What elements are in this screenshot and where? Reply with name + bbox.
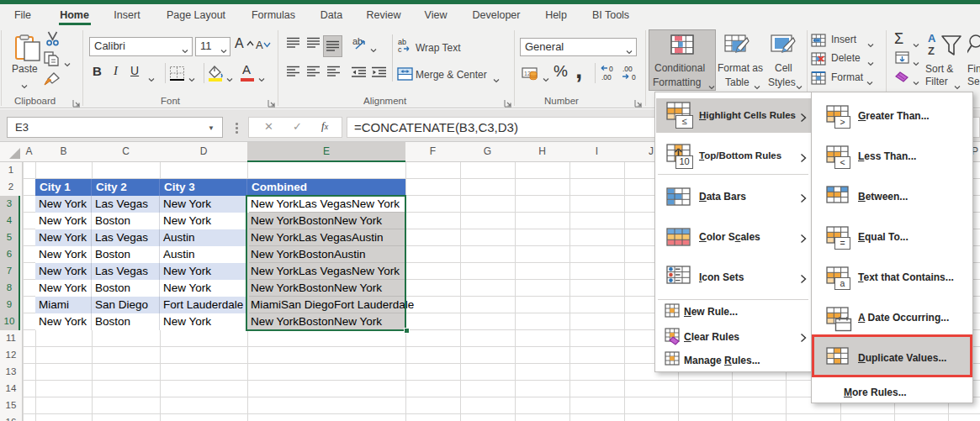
svg-text:0: 0 — [609, 65, 613, 73]
svg-text:.00: .00 — [601, 73, 612, 82]
svg-text:.00: .00 — [622, 65, 633, 73]
svg-text:c: c — [398, 45, 402, 54]
svg-text:0: 0 — [632, 73, 636, 82]
